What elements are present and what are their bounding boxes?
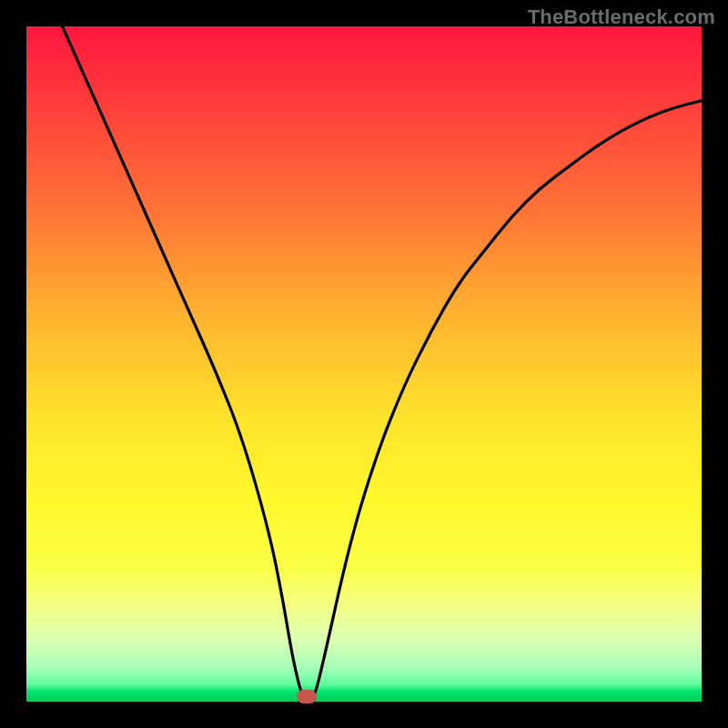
plot-area: [26, 26, 702, 702]
bottleneck-curve: [26, 26, 702, 702]
minimum-marker: [297, 690, 317, 703]
curve-svg: [26, 26, 702, 702]
chart-frame: TheBottleneck.com: [0, 0, 728, 728]
watermark-text: TheBottleneck.com: [528, 5, 715, 29]
